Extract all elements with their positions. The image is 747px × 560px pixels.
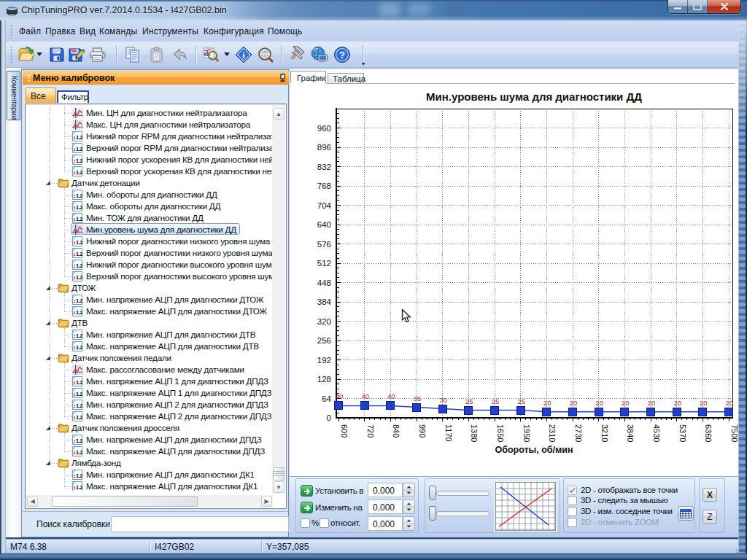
svg-text:25: 25 xyxy=(492,397,500,405)
svg-text:1.2: 1.2 xyxy=(76,449,82,456)
svg-text:320: 320 xyxy=(317,317,331,326)
svg-text:20: 20 xyxy=(543,399,551,407)
svg-text:Обороты, об/мин: Обороты, об/мин xyxy=(495,445,573,455)
svg-text:960: 960 xyxy=(317,124,331,133)
svg-text:1.2: 1.2 xyxy=(76,309,82,316)
svg-text:2310: 2310 xyxy=(548,424,557,442)
svg-text:30: 30 xyxy=(439,396,447,404)
svg-text:704: 704 xyxy=(317,201,332,210)
svg-text:1.2: 1.2 xyxy=(76,274,82,281)
svg-text:600: 600 xyxy=(340,424,349,438)
svg-text:20: 20 xyxy=(700,399,708,407)
svg-text:1.2: 1.2 xyxy=(76,438,82,444)
svg-text:768: 768 xyxy=(317,182,331,190)
svg-text:832: 832 xyxy=(317,163,331,171)
svg-text:1.2: 1.2 xyxy=(76,169,82,176)
svg-text:896: 896 xyxy=(317,143,331,152)
svg-text:1.2: 1.2 xyxy=(76,134,82,141)
svg-text:20: 20 xyxy=(673,399,681,407)
svg-text:512: 512 xyxy=(317,259,331,268)
svg-text:Мин.уровень шума для диагности: Мин.уровень шума для диагностики ДД xyxy=(426,90,642,103)
svg-text:?: ? xyxy=(339,50,345,61)
svg-text:4530: 4530 xyxy=(652,424,661,442)
svg-text:25: 25 xyxy=(465,397,473,405)
svg-text:1.2: 1.2 xyxy=(76,192,82,199)
svg-text:1.2: 1.2 xyxy=(76,379,82,386)
svg-text:20: 20 xyxy=(570,399,578,407)
svg-text:3210: 3210 xyxy=(600,424,609,442)
svg-text:5370: 5370 xyxy=(678,424,687,442)
svg-text:1.2: 1.2 xyxy=(76,472,82,479)
svg-text:1.2: 1.2 xyxy=(76,158,82,164)
svg-text:128: 128 xyxy=(317,375,331,384)
svg-text:3840: 3840 xyxy=(626,424,635,442)
svg-text:256: 256 xyxy=(317,336,331,345)
svg-text:448: 448 xyxy=(317,279,331,287)
svg-text:1.2: 1.2 xyxy=(76,251,82,257)
svg-text:1650: 1650 xyxy=(496,424,505,442)
svg-text:1.2: 1.2 xyxy=(76,146,82,152)
svg-text:990: 990 xyxy=(418,424,427,438)
svg-text:40: 40 xyxy=(361,392,369,400)
svg-text:1.2: 1.2 xyxy=(76,298,82,304)
svg-text:35: 35 xyxy=(414,394,422,402)
svg-text:576: 576 xyxy=(317,240,331,249)
svg-text:720: 720 xyxy=(366,424,375,438)
svg-text:7500: 7500 xyxy=(730,424,738,442)
svg-text:1950: 1950 xyxy=(522,424,531,442)
svg-text:1170: 1170 xyxy=(444,424,453,442)
svg-text:1.2: 1.2 xyxy=(76,262,82,269)
svg-text:1.2: 1.2 xyxy=(76,332,82,339)
svg-text:20: 20 xyxy=(595,399,603,407)
svg-text:192: 192 xyxy=(317,356,331,365)
svg-text:384: 384 xyxy=(317,298,332,306)
svg-text:1.2: 1.2 xyxy=(76,484,82,491)
svg-text:2730: 2730 xyxy=(574,424,583,442)
svg-text:64: 64 xyxy=(322,394,331,403)
svg-text:40: 40 xyxy=(336,392,344,400)
svg-text:20: 20 xyxy=(726,399,734,407)
svg-text:40: 40 xyxy=(387,392,395,400)
svg-text:1.2: 1.2 xyxy=(76,391,82,397)
svg-text:1.2: 1.2 xyxy=(76,402,82,409)
svg-text:6360: 6360 xyxy=(704,424,713,442)
svg-text:25: 25 xyxy=(517,397,525,405)
svg-text:1380: 1380 xyxy=(470,424,479,442)
svg-text:1.2: 1.2 xyxy=(76,204,82,211)
svg-text:1.2: 1.2 xyxy=(76,344,82,351)
svg-text:840: 840 xyxy=(392,424,400,438)
svg-text:1.2: 1.2 xyxy=(76,239,82,246)
svg-text:20: 20 xyxy=(648,399,656,407)
svg-text:640: 640 xyxy=(317,220,331,229)
svg-text:20: 20 xyxy=(622,399,630,407)
svg-text:1.2: 1.2 xyxy=(76,216,82,222)
svg-text:0: 0 xyxy=(327,413,331,422)
svg-text:1.2: 1.2 xyxy=(76,414,82,421)
